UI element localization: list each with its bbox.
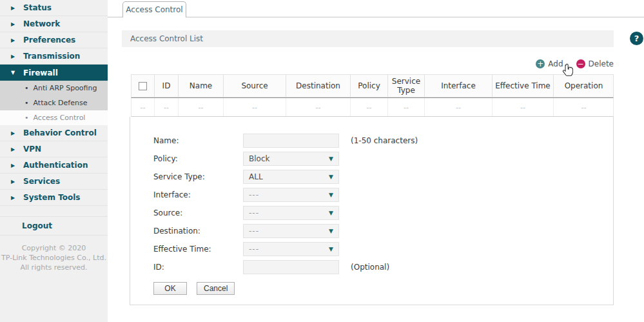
destination-select[interactable]: --- ▼ — [243, 224, 339, 238]
policy-label: Policy: — [153, 154, 243, 163]
table-cell: -- — [492, 98, 553, 116]
sidebar-item-behavior-control[interactable]: ▶ Behavior Control — [0, 125, 108, 141]
interface-select[interactable]: --- ▼ — [243, 188, 339, 202]
select-all-checkbox[interactable] — [139, 82, 147, 90]
bullet-icon: • — [24, 99, 29, 107]
form-row-effective-time: Effective Time: --- ▼ — [153, 242, 418, 256]
interface-label: Interface: — [153, 190, 243, 199]
chevron-right-icon: ▶ — [11, 37, 17, 43]
header-cell: ID — [154, 75, 178, 97]
effective-time-value: --- — [249, 245, 259, 254]
add-rule-form: Name: (1-50 characters) Policy: Block ▼ … — [153, 134, 418, 278]
table-cell: -- — [350, 98, 387, 116]
header-cell: Source — [223, 75, 286, 97]
sidebar-item-services[interactable]: ▶ Services — [0, 174, 108, 190]
service-type-value: ALL — [249, 172, 263, 181]
sidebar-item-authentication[interactable]: ▶ Authentication — [0, 157, 108, 174]
add-button[interactable]: + Add — [536, 59, 563, 68]
destination-value: --- — [249, 226, 259, 236]
sidebar-subitem-access-control[interactable]: • Access Control — [0, 110, 108, 125]
interface-value: --- — [249, 190, 259, 199]
effective-time-select[interactable]: --- ▼ — [243, 242, 339, 256]
chevron-right-icon: ▶ — [11, 5, 17, 11]
sidebar-item-firewall[interactable]: ▼ Firewall — [0, 65, 108, 81]
name-label: Name: — [153, 136, 243, 145]
name-hint: (1-50 characters) — [351, 136, 418, 145]
policy-select[interactable]: Block ▼ — [243, 152, 339, 166]
dropdown-arrow-icon: ▼ — [329, 192, 333, 198]
copyright: Copyright © 2020 TP-Link Technologies Co… — [0, 243, 108, 272]
header-cell: Interface — [424, 75, 492, 97]
id-input[interactable] — [243, 260, 339, 274]
table-cell: -- — [553, 98, 614, 116]
sidebar-item-label: Behavior Control — [23, 128, 97, 137]
header-cell: Destination — [286, 75, 350, 97]
sidebar-item-label: VPN — [23, 145, 41, 154]
ok-button[interactable]: OK — [153, 282, 187, 295]
policy-value: Block — [249, 154, 269, 163]
sidebar-item-label: Transmission — [23, 52, 80, 61]
sidebar-item-status[interactable]: ▶ Status — [0, 0, 108, 16]
dropdown-arrow-icon: ▼ — [329, 156, 333, 162]
header-cell-select — [132, 75, 154, 97]
dropdown-arrow-icon: ▼ — [329, 210, 333, 216]
sidebar-item-label: Network — [23, 19, 60, 28]
sidebar-item-label: Preferences — [23, 35, 75, 45]
sidebar-subitem-anti-arp-spoofing[interactable]: • Anti ARP Spoofing — [0, 81, 108, 96]
table-header-row: ID Name Source Destination Policy Servic… — [131, 74, 614, 97]
delete-button[interactable]: − Delete — [576, 59, 614, 68]
table-cell: -- — [178, 98, 223, 116]
sidebar-subitem-attack-defense[interactable]: • Attack Defense — [0, 96, 108, 110]
header-cell: Service Type — [387, 75, 424, 97]
chevron-down-icon: ▼ — [11, 70, 17, 75]
sidebar-item-label: Authentication — [23, 161, 88, 170]
page: ▶ Status ▶ Network ▶ Preferences ▶ Trans… — [0, 0, 644, 322]
add-rule-panel: Name: (1-50 characters) Policy: Block ▼ … — [130, 117, 614, 305]
sidebar-item-label: Services — [23, 177, 60, 186]
sidebar-item-system-tools[interactable]: ▶ System Tools — [0, 190, 108, 206]
sidebar-item-network[interactable]: ▶ Network — [0, 16, 108, 32]
table-cell: -- — [154, 98, 178, 116]
header-cell: Name — [178, 75, 223, 97]
chevron-right-icon: ▶ — [11, 146, 17, 152]
chevron-right-icon: ▶ — [11, 179, 17, 185]
chevron-right-icon: ▶ — [11, 195, 17, 201]
service-type-select[interactable]: ALL ▼ — [243, 170, 339, 184]
header-cell: Effective Time — [492, 75, 553, 97]
copyright-line: Copyright © 2020 — [0, 243, 108, 253]
table-cell: -- — [132, 98, 154, 116]
sidebar: ▶ Status ▶ Network ▶ Preferences ▶ Trans… — [0, 0, 108, 322]
form-row-destination: Destination: --- ▼ — [153, 224, 418, 238]
id-label: ID: — [153, 263, 243, 272]
table-toolbar: + Add − Delete — [108, 59, 614, 68]
form-row-name: Name: (1-50 characters) — [153, 134, 418, 148]
sidebar-item-label: Status — [23, 3, 52, 12]
source-select[interactable]: --- ▼ — [243, 206, 339, 220]
tabbar-divider — [108, 17, 644, 17]
header-cell: Operation — [553, 75, 614, 97]
name-input[interactable] — [243, 134, 339, 148]
sidebar-subitem-label: Anti ARP Spoofing — [34, 84, 97, 92]
table-cell: -- — [286, 98, 350, 116]
dropdown-arrow-icon: ▼ — [329, 228, 333, 234]
tab-access-control[interactable]: Access Control — [122, 1, 186, 17]
chevron-right-icon: ▶ — [11, 163, 17, 168]
sidebar-item-preferences[interactable]: ▶ Preferences — [0, 32, 108, 48]
access-control-table: ID Name Source Destination Policy Servic… — [131, 74, 614, 117]
dropdown-arrow-icon: ▼ — [329, 174, 333, 180]
delete-icon: − — [576, 59, 585, 68]
form-row-service-type: Service Type: ALL ▼ — [153, 170, 418, 184]
sidebar-item-label: System Tools — [23, 193, 81, 202]
form-row-source: Source: --- ▼ — [153, 206, 418, 220]
sidebar-subitem-label: Access Control — [34, 114, 86, 122]
sidebar-item-vpn[interactable]: ▶ VPN — [0, 141, 108, 157]
bullet-icon: • — [24, 84, 29, 92]
form-row-policy: Policy: Block ▼ — [153, 152, 418, 166]
sidebar-item-label: Firewall — [23, 68, 58, 77]
help-icon[interactable]: ? — [630, 32, 643, 45]
cancel-button[interactable]: Cancel — [197, 282, 235, 295]
logout-button[interactable]: Logout — [0, 216, 108, 236]
bullet-icon: • — [24, 114, 29, 122]
sidebar-item-transmission[interactable]: ▶ Transmission — [0, 48, 108, 65]
effective-time-label: Effective Time: — [153, 245, 243, 254]
